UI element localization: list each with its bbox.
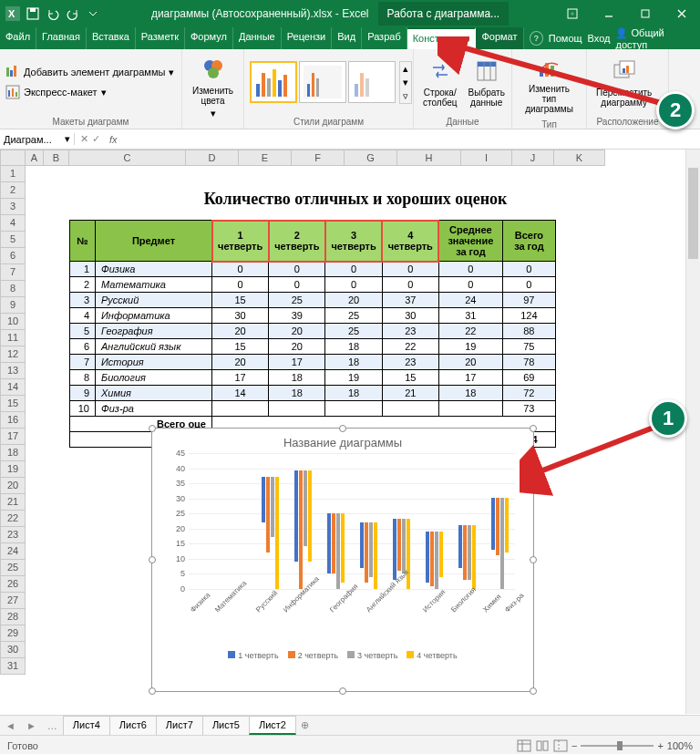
select-data-button[interactable]: Выбрать данные	[465, 55, 509, 109]
tab-data[interactable]: Данные	[233, 27, 282, 49]
table-row[interactable]: 3Русский152520372497	[70, 293, 556, 308]
fx-icon[interactable]: fx	[106, 134, 121, 145]
tab-layout[interactable]: Разметк	[136, 27, 185, 49]
vertical-scrollbar[interactable]	[685, 150, 700, 714]
tab-developer[interactable]: Разраб	[362, 27, 407, 49]
gallery-up-icon[interactable]: ▴	[400, 62, 411, 76]
row-header[interactable]: 28	[0, 609, 26, 625]
row-header[interactable]: 23	[0, 527, 26, 543]
row-header[interactable]: 27	[0, 593, 26, 609]
close-icon[interactable]	[664, 0, 700, 27]
switch-row-column-button[interactable]: Строка/ столбец	[419, 55, 461, 109]
column-header[interactable]: F	[292, 150, 345, 166]
sheet-tab[interactable]: Лист6	[109, 716, 157, 735]
embedded-chart[interactable]: Название диаграммы 051015202530354045 Фи…	[151, 428, 534, 692]
column-header[interactable]: G	[345, 150, 397, 166]
row-header[interactable]: 12	[0, 346, 26, 363]
sheet-tab[interactable]: Лист2	[249, 716, 296, 735]
column-header[interactable]: I	[461, 150, 512, 166]
add-chart-element-button[interactable]: Добавить элемент диаграммы ▾	[5, 64, 174, 80]
tab-formulas[interactable]: Формул	[185, 27, 233, 49]
column-header[interactable]: E	[239, 150, 292, 166]
resize-handle[interactable]	[149, 687, 156, 695]
name-box[interactable]: Диаграм...▾	[0, 133, 75, 145]
row-header[interactable]: 29	[0, 625, 26, 642]
tab-file[interactable]: Файл	[0, 27, 36, 49]
chevron-down-icon[interactable]: ▾	[65, 133, 70, 145]
enter-formula-icon[interactable]: ✓	[92, 133, 100, 145]
row-header[interactable]: 20	[0, 478, 26, 494]
row-header[interactable]: 11	[0, 330, 26, 346]
column-header[interactable]: H	[397, 150, 461, 166]
row-header[interactable]: 3	[0, 199, 26, 215]
resize-handle[interactable]	[530, 425, 537, 432]
share-button[interactable]: 👤 Общий доступ	[615, 27, 695, 50]
chart-styles-gallery[interactable]	[250, 61, 396, 103]
minimize-icon[interactable]	[591, 0, 627, 27]
table-row[interactable]: 2Математика000000	[70, 277, 556, 293]
column-header[interactable]: B	[44, 150, 69, 166]
table-row[interactable]: 9Химия141818211872	[70, 386, 556, 401]
tab-chart-design[interactable]: Конструктор	[407, 27, 477, 49]
row-header[interactable]: 21	[0, 494, 26, 511]
sheet-tab[interactable]: Лист5	[202, 716, 250, 735]
column-header[interactable]: K	[554, 150, 605, 166]
row-header[interactable]: 16	[0, 412, 26, 429]
row-header[interactable]: 10	[0, 314, 26, 330]
tell-me[interactable]: Помощ	[549, 33, 582, 44]
row-header[interactable]: 25	[0, 560, 26, 576]
cancel-formula-icon[interactable]: ✕	[80, 133, 88, 145]
table-row[interactable]: 6Английский язык152018221975	[70, 339, 556, 355]
redo-icon[interactable]	[64, 5, 82, 23]
resize-handle[interactable]	[339, 687, 346, 695]
row-header[interactable]: 19	[0, 461, 26, 478]
tab-chart-format[interactable]: Формат	[476, 27, 523, 49]
row-header[interactable]: 6	[0, 248, 26, 264]
tab-review[interactable]: Рецензи	[282, 27, 333, 49]
resize-handle[interactable]	[149, 556, 156, 563]
resize-handle[interactable]	[530, 556, 537, 563]
view-normal-icon[interactable]	[517, 739, 531, 752]
help-icon[interactable]: ?	[530, 31, 543, 46]
row-header[interactable]: 30	[0, 642, 26, 658]
row-header[interactable]: 13	[0, 363, 26, 379]
column-header[interactable]: A	[26, 150, 44, 166]
sheet-tab[interactable]: Лист4	[63, 716, 110, 735]
row-header[interactable]: 18	[0, 445, 26, 461]
ribbon-options-icon[interactable]	[554, 0, 591, 27]
tab-insert[interactable]: Вставка	[87, 27, 136, 49]
zoom-level[interactable]: 100%	[667, 740, 693, 751]
undo-icon[interactable]	[44, 5, 62, 23]
move-chart-button[interactable]: Переместить диаграмму	[592, 55, 655, 109]
chart-plot-area[interactable]: 051015202530354045	[189, 453, 515, 590]
row-header[interactable]: 5	[0, 232, 26, 248]
row-header[interactable]: 9	[0, 297, 26, 314]
chart-style-thumb[interactable]	[299, 61, 346, 103]
row-header[interactable]: 8	[0, 281, 26, 297]
row-header[interactable]: 17	[0, 429, 26, 445]
resize-handle[interactable]	[530, 687, 537, 695]
zoom-slider[interactable]	[581, 745, 654, 747]
row-header[interactable]: 2	[0, 182, 26, 199]
change-colors-button[interactable]: Изменить цвета ▾	[188, 53, 238, 121]
row-header[interactable]: 24	[0, 543, 26, 560]
zoom-out-icon[interactable]: −	[571, 740, 577, 751]
row-header[interactable]: 1	[0, 166, 26, 182]
chart-style-thumb[interactable]	[348, 61, 396, 103]
tab-home[interactable]: Главная	[36, 27, 87, 49]
row-header[interactable]: 26	[0, 576, 26, 593]
chart-title[interactable]: Название диаграммы	[152, 429, 533, 453]
signin-link[interactable]: Вход	[588, 33, 611, 44]
sheet-tab[interactable]: Лист7	[156, 716, 203, 735]
table-row[interactable]: 4Информатика3039253031124	[70, 308, 556, 324]
zoom-in-icon[interactable]: +	[657, 740, 663, 751]
row-header[interactable]: 31	[0, 658, 26, 675]
resize-handle[interactable]	[339, 425, 346, 432]
sheet-nav-prev-icon[interactable]: ◄	[0, 720, 21, 731]
sheet-nav-next-icon[interactable]: ►	[21, 720, 42, 731]
table-row[interactable]: 5География202025232288	[70, 324, 556, 339]
table-row[interactable]: 7История201718232078	[70, 355, 556, 370]
tab-view[interactable]: Вид	[332, 27, 362, 49]
maximize-icon[interactable]	[627, 0, 664, 27]
change-chart-type-button[interactable]: Изменить тип диаграммы	[518, 51, 581, 116]
